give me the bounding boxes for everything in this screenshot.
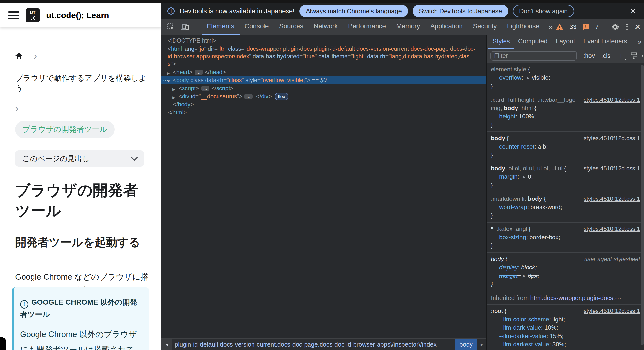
always-match-chrome-s-language-button[interactable]: Always match Chrome's language: [300, 5, 408, 17]
inherited-element-link[interactable]: html.docs-wrapper.plugin-docs.⋯: [530, 294, 621, 301]
css-declaration[interactable]: height: 100%;: [491, 112, 644, 121]
expand-longhand-icon[interactable]: ▶: [527, 74, 530, 82]
don-t-show-again-button[interactable]: Don't show again: [513, 5, 574, 17]
stylesheet-source-link[interactable]: styles.4510f12d.css:1: [584, 195, 640, 203]
css-declaration[interactable]: --ifm-light-value: 15%;: [491, 348, 644, 350]
css-declaration[interactable]: overflow: ▶visible;: [491, 74, 644, 82]
dom-tree-row[interactable]: ⋯▼<body class data-rh="class" style="ove…: [162, 76, 486, 84]
expand-children-button[interactable]: …: [244, 94, 252, 99]
notification-message: DevTools is now available in Japanese!: [180, 7, 294, 15]
devtools-tab-console[interactable]: Console: [240, 19, 274, 35]
dom-breadcrumb-path[interactable]: plugin-id-default.docs-version-current.d…: [172, 339, 455, 350]
site-title[interactable]: ut.code(); Learn: [46, 11, 109, 20]
devtools-tab-sources[interactable]: Sources: [274, 19, 308, 35]
dom-tree-row[interactable]: <html lang="ja" dir="ltr" class="docs-wr…: [162, 45, 486, 68]
rule-selector: styles.4510f12d.css:1body {: [491, 134, 644, 142]
css-declaration[interactable]: word-wrap: break-word;: [491, 203, 644, 211]
sidebar-tab-styles[interactable]: Styles: [488, 35, 514, 49]
issue-count: 7: [595, 23, 598, 31]
kebab-menu-icon[interactable]: [625, 24, 629, 30]
style-rule[interactable]: element.style {overflow: ▶visible;}: [487, 63, 644, 93]
exclamation-circle-icon: !: [20, 300, 28, 309]
dom-breadcrumb-selected[interactable]: body: [455, 339, 477, 350]
devtools-panel: i DevTools is now available in Japanese!…: [162, 3, 644, 350]
style-rule[interactable]: styles.4510f12d.css:1:root {--ifm-color-…: [487, 305, 644, 350]
sidebar-tab-layout[interactable]: Layout: [552, 35, 579, 49]
css-declaration[interactable]: margin: ▶0;: [491, 172, 644, 181]
expand-arrow-icon[interactable]: ▶: [167, 69, 170, 77]
toc-collapsible[interactable]: このページの見出し: [15, 150, 144, 167]
stylesheet-source-link[interactable]: styles.4510f12d.css:1: [584, 134, 640, 142]
close-devtools-icon[interactable]: ×: [635, 22, 641, 32]
close-icon[interactable]: ×: [630, 6, 638, 16]
breadcrumb-current-pill[interactable]: ブラウザの開発者ツール: [15, 121, 114, 138]
devtools-tab-application[interactable]: Application: [425, 19, 468, 35]
devtools-tab-elements[interactable]: Elements: [202, 19, 240, 35]
css-declaration[interactable]: counter-reset: a b;: [491, 142, 644, 151]
inspect-element-icon[interactable]: [167, 23, 175, 31]
dom-tree-row[interactable]: </html>: [162, 109, 486, 117]
more-sidebar-tabs-icon[interactable]: »: [638, 35, 644, 49]
crumb-scroll-right-icon[interactable]: ▸: [477, 339, 486, 350]
expand-arrow-icon[interactable]: ▶: [172, 94, 176, 101]
flex-adorner-badge[interactable]: flex: [275, 93, 288, 100]
warning-icon[interactable]: [556, 24, 564, 30]
expand-longhand-icon[interactable]: ▶: [523, 272, 526, 280]
switch-devtools-to-japanese-button[interactable]: Switch DevTools to Japanese: [412, 5, 508, 17]
gear-icon[interactable]: [611, 23, 619, 31]
expand-arrow-icon[interactable]: ▶: [172, 86, 176, 93]
issues-icon[interactable]: [582, 24, 589, 30]
collapse-arrow-icon[interactable]: ▼: [167, 77, 170, 85]
stylesheet-source-link[interactable]: styles.4510f12d.css:1: [584, 164, 640, 172]
style-rule[interactable]: styles.4510f12d.css:1.markdown li, body …: [487, 193, 644, 223]
devtools-tab-network[interactable]: Network: [308, 19, 343, 35]
devtools-tab-security[interactable]: Security: [468, 19, 502, 35]
stylesheet-source-link[interactable]: styles.4510f12d.css:1: [584, 225, 640, 233]
device-toolbar-icon[interactable]: [181, 23, 190, 31]
sidebar-tab-event-listeners[interactable]: Event Listeners: [579, 35, 631, 49]
dom-tree-row[interactable]: </body>: [162, 100, 486, 109]
breadcrumb-item[interactable]: ブラウザで動作するアプリを構築しよう: [15, 73, 149, 94]
pseudo-state-toggle[interactable]: :hov: [583, 52, 595, 59]
dom-row-markup: </html>: [162, 109, 476, 116]
style-rule[interactable]: user agent stylesheetbody {display: bloc…: [487, 253, 644, 291]
expand-children-button[interactable]: …: [201, 86, 210, 91]
devtools-tab-memory[interactable]: Memory: [391, 19, 425, 35]
rendering-brush-icon[interactable]: [630, 52, 638, 60]
css-declaration[interactable]: --ifm-color-scheme: light;: [491, 315, 644, 323]
style-rule[interactable]: styles.4510f12d.css:1*, .katex .angl {bo…: [487, 223, 644, 253]
dom-tree-row[interactable]: <!DOCTYPE html>: [162, 37, 486, 45]
new-style-rule-icon[interactable]: +: [618, 51, 624, 61]
devtools-tab-lighthouse[interactable]: Lighthouse: [502, 19, 544, 35]
site-logo[interactable]: UT .C: [26, 8, 40, 22]
crumb-scroll-left-icon[interactable]: ◂: [162, 339, 172, 350]
home-icon[interactable]: [15, 53, 22, 59]
dom-tree-row[interactable]: ▶<div id="__docusaurus">… </div>flex: [162, 92, 486, 100]
divider: [196, 23, 196, 31]
styles-filter-input[interactable]: [490, 51, 577, 61]
css-declaration[interactable]: --ifm-darkest-value: 30%;: [491, 340, 644, 348]
stylesheet-source-link[interactable]: styles.4510f12d.css:1: [584, 307, 640, 315]
sidebar-tab-computed[interactable]: Computed: [514, 35, 552, 49]
styles-scrollbar[interactable]: [640, 65, 644, 345]
css-declaration[interactable]: box-sizing: border-box;: [491, 233, 644, 241]
stylesheet-source-link[interactable]: styles.4510f12d.css:1: [584, 96, 640, 104]
css-declaration[interactable]: margin: ▶8px;: [491, 272, 644, 280]
expand-children-button[interactable]: …: [194, 70, 203, 75]
dom-row-markup: <script>…</script>: [162, 85, 476, 92]
css-declaration[interactable]: display: block;: [491, 263, 644, 272]
css-declaration[interactable]: --ifm-dark-value: 10%;: [491, 323, 644, 332]
expand-longhand-icon[interactable]: ▶: [523, 173, 526, 181]
css-declaration[interactable]: --ifm-darker-value: 15%;: [491, 332, 644, 340]
style-rule[interactable]: styles.4510f12d.css:1body {counter-reset…: [487, 132, 644, 162]
toc-label: このページの見出し: [22, 154, 90, 164]
more-tabs-icon[interactable]: »: [545, 19, 556, 35]
hamburger-menu-icon[interactable]: [8, 11, 19, 19]
element-class-toggle[interactable]: .cls: [601, 52, 610, 59]
style-rule[interactable]: styles.4510f12d.css:1body, ol ol, ol ul,…: [487, 162, 644, 193]
dom-tree-row[interactable]: ▶<script>…</script>: [162, 84, 486, 92]
dom-breadcrumb-bar: ◂ plugin-id-default.docs-version-current…: [162, 338, 486, 350]
style-rule[interactable]: styles.4510f12d.css:1.card--full-height,…: [487, 93, 644, 132]
dom-tree-row[interactable]: ▶<head>…</head>: [162, 68, 486, 76]
devtools-tab-performance[interactable]: Performance: [343, 19, 391, 35]
